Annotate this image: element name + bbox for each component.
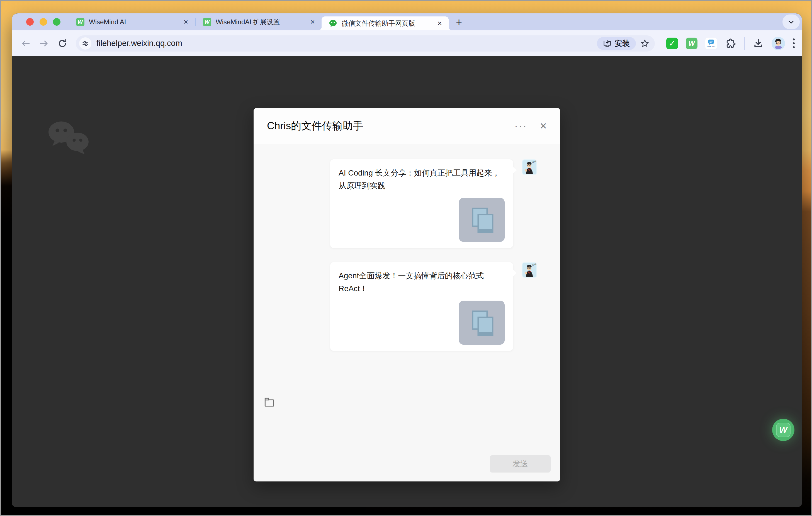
message-row: AI Coding 长文分享：如何真正把工具用起来，从原理到实践	[254, 160, 537, 248]
tab-search-button[interactable]	[782, 15, 800, 29]
chat-history: AI Coding 长文分享：如何真正把工具用起来，从原理到实践	[254, 144, 560, 390]
tab-close-icon[interactable]: ×	[182, 18, 189, 26]
reload-button[interactable]	[56, 37, 69, 50]
wisemind-favicon: W	[76, 18, 84, 26]
tab-wechat-filehelper-active[interactable]: 微信文件传输助手网页版 ×	[322, 17, 448, 30]
more-options-button[interactable]: ···	[514, 120, 527, 132]
forward-button[interactable]	[37, 37, 51, 50]
tab-strip: W WiseMind AI × W WiseMindAI 扩展设置 ×	[12, 13, 802, 30]
avatar-cartoon-icon	[772, 37, 785, 50]
install-label: 安装	[615, 38, 630, 49]
screenshot-root: W WiseMind AI × W WiseMindAI 扩展设置 ×	[0, 0, 812, 516]
chattoc-label: ChatTOC	[707, 46, 715, 47]
image-placeholder-icon	[466, 307, 497, 338]
modal-header: Chris的文件传输助手 ··· ×	[254, 108, 560, 144]
menu-dot	[793, 46, 795, 48]
tab-title: WiseMindAI 扩展设置	[216, 18, 309, 26]
traffic-lights	[26, 18, 60, 26]
zoom-window-button[interactable]	[53, 18, 60, 26]
back-arrow-icon	[20, 38, 31, 49]
download-icon	[753, 38, 764, 49]
tab-close-icon[interactable]: ×	[309, 18, 316, 26]
minimize-window-button[interactable]	[39, 18, 47, 26]
filehelper-modal: Chris的文件传输助手 ··· × AI Coding 长文分享：如何真正把工…	[254, 108, 560, 482]
browser-toolbar: filehelper.weixin.qq.com 安装 ✓	[12, 30, 802, 56]
browser-window: W WiseMind AI × W WiseMindAI 扩展设置 ×	[12, 13, 802, 507]
message-row: Agent全面爆发！一文搞懂背后的核心范式 ReAct！	[254, 262, 537, 351]
tab-close-icon[interactable]: ×	[436, 20, 443, 27]
extensions-menu-button[interactable]	[725, 37, 737, 50]
wisemind-logo-icon: W	[776, 423, 790, 437]
star-icon	[640, 39, 649, 48]
back-button[interactable]	[19, 37, 32, 50]
sender-avatar[interactable]: Chris	[522, 262, 537, 278]
menu-dot	[793, 42, 795, 44]
forward-arrow-icon	[39, 38, 49, 49]
message-input-area[interactable]: 发送	[254, 390, 560, 482]
downloads-button[interactable]	[752, 37, 764, 50]
close-modal-button[interactable]: ×	[540, 120, 547, 132]
site-controls-button[interactable]	[79, 37, 91, 50]
tune-icon	[82, 40, 89, 47]
tab-title: WiseMind AI	[89, 18, 182, 26]
menu-dot	[793, 38, 795, 40]
checkmark-extension-icon: ✓	[666, 38, 678, 49]
tab-title: 微信文件传输助手网页版	[342, 19, 436, 28]
tab-wisemind-ai[interactable]: W WiseMind AI ×	[69, 13, 195, 30]
wisemind-favicon: W	[203, 18, 211, 26]
toolbar-separator	[744, 37, 745, 50]
chris-avatar-icon: Chris	[522, 160, 536, 174]
image-attachment-placeholder[interactable]	[459, 300, 505, 345]
extension-checkmark[interactable]: ✓	[666, 37, 678, 50]
address-bar[interactable]: filehelper.weixin.qq.com 安装	[76, 35, 655, 52]
install-icon	[603, 39, 611, 48]
url-text[interactable]: filehelper.weixin.qq.com	[96, 39, 597, 48]
modal-title: Chris的文件传输助手	[267, 119, 514, 133]
attach-file-button[interactable]	[263, 396, 275, 409]
new-tab-button[interactable]: +	[456, 17, 462, 27]
extension-wisemind[interactable]: W	[686, 37, 698, 50]
wisemind-extension-icon: W	[686, 38, 697, 49]
close-window-button[interactable]	[26, 18, 34, 26]
sender-avatar[interactable]: Chris	[522, 160, 537, 175]
send-button[interactable]: 发送	[490, 455, 551, 472]
image-attachment-placeholder[interactable]	[459, 198, 505, 242]
message-text: Agent全面爆发！一文搞懂背后的核心范式 ReAct！	[339, 269, 505, 295]
wechat-favicon	[329, 19, 337, 28]
install-app-button[interactable]: 安装	[597, 37, 636, 50]
folder-icon	[263, 396, 275, 408]
puzzle-icon	[725, 38, 736, 49]
extension-chattoc[interactable]: ChatTOC	[705, 37, 717, 50]
filehelper-page: Chris的文件传输助手 ··· × AI Coding 长文分享：如何真正把工…	[12, 56, 802, 507]
message-bubble[interactable]: Agent全面爆发！一文搞懂背后的核心范式 ReAct！	[330, 262, 513, 351]
browser-menu-button[interactable]	[793, 38, 795, 48]
chevron-down-icon	[787, 19, 795, 26]
chattoc-extension-icon: ChatTOC	[705, 38, 717, 49]
wechat-watermark-icon	[45, 119, 94, 157]
wisemind-floating-button[interactable]: W	[772, 419, 794, 441]
chris-avatar-icon: Chris	[522, 263, 536, 277]
message-bubble[interactable]: AI Coding 长文分享：如何真正把工具用起来，从原理到实践	[330, 160, 513, 248]
message-text: AI Coding 长文分享：如何真正把工具用起来，从原理到实践	[339, 167, 505, 192]
profile-avatar[interactable]	[772, 37, 785, 50]
reload-icon	[57, 38, 68, 49]
image-placeholder-icon	[466, 204, 497, 235]
bookmark-button[interactable]	[638, 36, 652, 51]
tab-wisemind-settings[interactable]: W WiseMindAI 扩展设置 ×	[196, 13, 322, 30]
